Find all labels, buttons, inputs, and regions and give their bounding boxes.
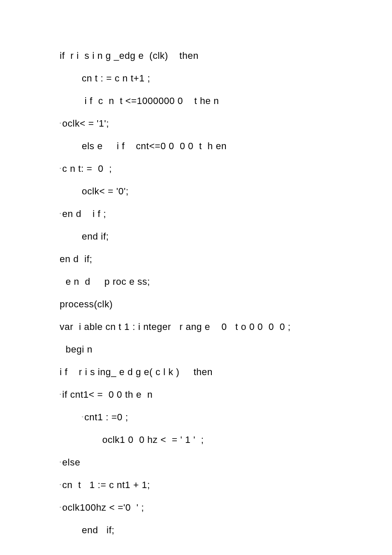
- code-text: en d i f ;: [62, 208, 106, 219]
- code-line: begi n: [60, 345, 332, 354]
- code-line: ◦else: [60, 458, 332, 467]
- code-line: ◦oclk100hz < ='0 ' ;: [60, 503, 332, 512]
- code-line: en d if;: [60, 254, 332, 264]
- code-text: els e i f cnt<=0 0 0 0 t h en: [82, 141, 227, 151]
- code-line: end if;: [60, 232, 332, 241]
- bullet-icon: ◦: [60, 483, 61, 487]
- bullet-icon: ◦: [60, 505, 61, 509]
- code-line: ◦if cnt1< = 0 0 th e n: [60, 390, 332, 399]
- bullet-icon: ◦: [60, 460, 61, 464]
- code-text: if r i s i n g _edg e (clk) then: [60, 50, 199, 61]
- bullet-icon: ◦: [60, 211, 61, 216]
- bullet-icon: ◦: [82, 415, 84, 419]
- bullet-icon: ◦: [60, 121, 61, 125]
- code-text: i f c n t <=1000000 0 t he n: [82, 95, 219, 106]
- code-text: if cnt1< = 0 0 th e n: [62, 389, 153, 400]
- code-text: e n d p roc e ss;: [66, 276, 150, 287]
- code-line: oclk1 0 0 hz < = ' 1 ' ;: [60, 435, 332, 445]
- bullet-icon: ◦: [60, 392, 61, 396]
- code-text: cn t : = c n t+1 ;: [82, 73, 150, 84]
- code-line: ◦oclk< = '1';: [60, 119, 332, 128]
- code-text: var i able cn t 1 : i nteger r ang e 0 t…: [60, 321, 291, 332]
- code-text: end if;: [82, 525, 115, 535]
- code-text: oclk< = '1';: [62, 118, 109, 129]
- code-text: oclk100hz < ='0 ' ;: [62, 502, 144, 513]
- code-line: if r i s i n g _edg e (clk) then: [60, 51, 332, 61]
- code-text: begi n: [66, 344, 92, 355]
- code-line: els e i f cnt<=0 0 0 0 t h en: [60, 142, 332, 151]
- code-text: oclk< = '0';: [82, 186, 129, 197]
- code-line: ◦en d i f ;: [60, 209, 332, 219]
- code-line: ◦c n t: = 0 ;: [60, 164, 332, 173]
- code-line: cn t : = c n t+1 ;: [60, 74, 332, 83]
- code-document: if r i s i n g _edg e (clk) thencn t : =…: [60, 51, 332, 535]
- bullet-icon: ◦: [60, 166, 61, 171]
- code-text: i f r i s ing_ e d g e( c l k ) then: [60, 367, 213, 377]
- code-line: i f c n t <=1000000 0 t he n: [60, 96, 332, 106]
- code-text: cnt1 : =0 ;: [84, 412, 128, 422]
- code-text: c n t: = 0 ;: [62, 163, 112, 174]
- code-text: end if;: [82, 231, 109, 242]
- code-text: cn t 1 := c nt1 + 1;: [62, 480, 150, 490]
- code-line: ◦cn t 1 := c nt1 + 1;: [60, 480, 332, 490]
- code-line: oclk< = '0';: [60, 187, 332, 196]
- code-line: end if;: [60, 526, 332, 535]
- code-text: process(clk): [60, 299, 113, 309]
- code-line: ◦cnt1 : =0 ;: [60, 413, 332, 422]
- code-line: e n d p roc e ss;: [60, 277, 332, 286]
- code-text: else: [62, 457, 80, 468]
- code-text: oclk1 0 0 hz < = ' 1 ' ;: [102, 434, 204, 445]
- code-line: var i able cn t 1 : i nteger r ang e 0 t…: [60, 322, 332, 332]
- code-text: en d if;: [60, 254, 92, 264]
- code-line: i f r i s ing_ e d g e( c l k ) then: [60, 367, 332, 377]
- code-line: process(clk): [60, 300, 332, 309]
